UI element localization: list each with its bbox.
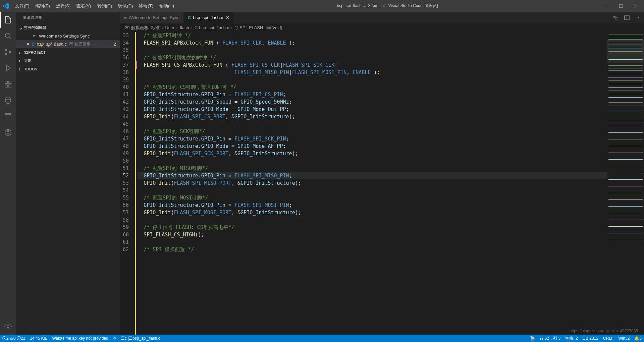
list-icon: ≡	[124, 15, 127, 20]
editor-tabs: ≡Welcome to Settings Sync Cbsp_spi_flash…	[120, 12, 644, 23]
project-icon[interactable]	[0, 108, 16, 124]
tab-label: Welcome to Settings Sync	[129, 15, 180, 20]
svg-point-3	[5, 49, 7, 51]
status-size[interactable]: 14.45 KiB	[28, 335, 50, 342]
vscode-logo-icon	[0, 3, 12, 9]
c-file-icon: C	[32, 42, 35, 47]
maximize-button[interactable]	[613, 0, 629, 12]
breadcrumb-item[interactable]: flash	[180, 25, 189, 30]
breadcrumb-item[interactable]: bsp_spi_flash.c	[199, 25, 229, 30]
gitlens-icon[interactable]	[0, 124, 16, 140]
svg-point-2	[5, 33, 10, 38]
sidebar: 资源管理器 ⌄打开的编辑器 ≡ Welcome to Settings Sync…	[16, 12, 120, 335]
menu-view[interactable]: 查看(V)	[73, 0, 94, 12]
open-editor-bsp[interactable]: ✕ C bsp_spi_flash.c 29-触摸画板_... 2	[16, 40, 120, 48]
svg-rect-7	[5, 85, 7, 87]
minimap[interactable]	[607, 32, 644, 335]
breadcrumb-item[interactable]: User	[165, 25, 174, 30]
menu-goto[interactable]: 转到(G)	[94, 0, 115, 12]
outline-header[interactable]: ›大纲	[16, 56, 120, 65]
menu-help[interactable]: 帮助(H)	[156, 0, 177, 12]
svg-point-14	[7, 130, 9, 132]
menu-file[interactable]: 文件(F)	[12, 0, 33, 12]
line-gutter: 3334353637383940414243444546474849505152…	[120, 32, 135, 335]
status-encoding[interactable]: GB 2312	[580, 335, 601, 342]
compare-icon[interactable]	[610, 12, 621, 23]
open-editor-label: Welcome to Settings Sync	[39, 34, 90, 39]
svg-point-11	[7, 99, 7, 100]
svg-rect-8	[9, 85, 11, 87]
status-eol[interactable]: CRLF	[601, 335, 616, 342]
c-file-icon: C	[195, 25, 198, 30]
code-content[interactable]: /* 使能SPI时钟 */ FLASH_SPI_APBxClock_FUN ( …	[135, 32, 607, 335]
status-os[interactable]: Win32	[616, 335, 632, 342]
tab-sync[interactable]: ≡Welcome to Settings Sync	[120, 12, 184, 23]
activity-bar	[0, 12, 16, 335]
close-button[interactable]	[629, 0, 644, 12]
title-bar: 文件(F) 编辑(E) 选择(S) 查看(V) 转到(G) 调试(D) 终端(T…	[0, 0, 644, 12]
open-editor-label: bsp_spi_flash.c	[37, 42, 67, 47]
outline-label: 大纲	[24, 58, 32, 63]
source-control-icon[interactable]	[0, 44, 16, 60]
menu-terminal[interactable]: 终端(T)	[136, 0, 156, 12]
sidebar-header: 资源管理器	[16, 12, 120, 23]
svg-point-4	[5, 53, 7, 55]
problems-badge: 2	[114, 42, 120, 47]
project-header[interactable]: ›32PROJECT	[16, 48, 120, 56]
todos-header[interactable]: ›TODOS	[16, 65, 120, 73]
menu-debug[interactable]: 调试(D)	[115, 0, 136, 12]
menu-bar: 文件(F) 编辑(E) 选择(S) 查看(V) 转到(G) 调试(D) 终端(T…	[12, 0, 177, 12]
tab-label: bsp_spi_flash.c	[193, 15, 223, 20]
debug-icon[interactable]	[0, 60, 16, 76]
split-icon[interactable]	[621, 12, 633, 23]
close-icon[interactable]: ✕	[26, 42, 32, 47]
status-spaces[interactable]: 空格: 2	[563, 335, 580, 342]
breadcrumb[interactable]: 29-触摸画板_标准› User› flash› Cbsp_spi_flash.…	[120, 23, 644, 32]
open-editors-label: 打开的编辑器	[24, 25, 46, 30]
explorer-icon[interactable]	[0, 12, 16, 28]
svg-rect-0	[604, 6, 607, 6]
status-reload-icon[interactable]: ↻	[111, 335, 119, 342]
status-bell-icon[interactable]: 🔔 6	[632, 335, 644, 342]
todos-label: TODOS	[24, 67, 37, 71]
status-bar: ⓧ 2 ⚠ 0 ⓘ 21 14.45 KiB WakaTime api key …	[0, 335, 644, 342]
minimize-button[interactable]	[598, 0, 613, 12]
svg-point-15	[7, 326, 9, 328]
svg-point-12	[9, 99, 9, 100]
extensions-icon[interactable]	[0, 76, 16, 92]
search-icon[interactable]	[0, 28, 16, 44]
open-editor-sync[interactable]: ≡ Welcome to Settings Sync	[16, 32, 120, 40]
menu-selection[interactable]: 选择(S)	[53, 0, 73, 12]
status-live-icon[interactable]: 📡	[528, 335, 537, 342]
editor-body[interactable]: 3334353637383940414243444546474849505152…	[120, 32, 644, 335]
menu-edit[interactable]: 编辑(E)	[33, 0, 53, 12]
svg-point-10	[5, 97, 11, 104]
window-controls	[598, 0, 644, 12]
svg-rect-6	[5, 81, 7, 83]
tab-bsp[interactable]: Cbsp_spi_flash.c✕	[184, 12, 234, 23]
watermark: https://blog.csdn.net/weixin_43727085	[570, 329, 638, 333]
open-editors-header[interactable]: ⌄打开的编辑器	[16, 23, 120, 32]
svg-point-5	[9, 51, 11, 53]
status-breadcrumb[interactable]: ☰ c | ☰ bsp_spi_flash.c	[119, 335, 163, 342]
editor-area: ≡Welcome to Settings Sync Cbsp_spi_flash…	[120, 12, 644, 335]
c-file-icon: C	[188, 15, 191, 20]
window-title: bsp_spi_flash.c - 32project - Visual Stu…	[177, 3, 598, 9]
close-icon[interactable]: ✕	[226, 15, 229, 20]
function-icon: ⬡	[234, 25, 238, 30]
status-problems[interactable]: ⓧ 2 ⚠ 0 ⓘ 21	[0, 335, 28, 342]
status-wakatime[interactable]: WakaTime api key not provided	[50, 335, 110, 342]
open-editor-path: 29-触摸画板_...	[69, 41, 114, 47]
svg-rect-1	[619, 4, 623, 8]
project-label: 32PROJECT	[24, 50, 46, 54]
more-icon[interactable]: ⋯	[633, 12, 644, 23]
settings-icon[interactable]	[0, 319, 16, 335]
platformio-icon[interactable]	[0, 92, 16, 108]
sync-file-icon: ≡	[32, 34, 37, 39]
svg-rect-9	[9, 81, 11, 83]
status-linecol[interactable]: 行 52，列 3	[537, 335, 563, 342]
breadcrumb-item[interactable]: 29-触摸画板_标准	[125, 25, 160, 31]
breadcrumb-item[interactable]: SPI_FLASH_Init(void)	[239, 25, 282, 30]
